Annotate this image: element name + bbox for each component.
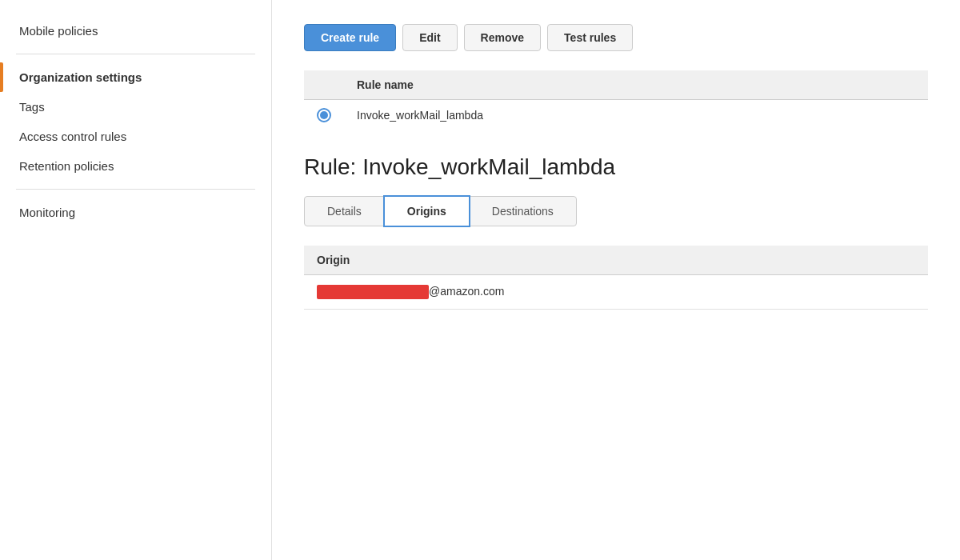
sidebar-item-access-control-rules[interactable]: Access control rules [0,122,271,151]
redacted-block [317,285,429,299]
sidebar-item-label: Mobile policies [19,24,98,38]
sidebar-item-retention-policies[interactable]: Retention policies [0,151,271,181]
rule-name-cell[interactable]: Invoke_workMail_lambda [344,100,928,131]
edit-button[interactable]: Edit [402,24,457,51]
radio-col-header [304,70,344,100]
toolbar: Create rule Edit Remove Test rules [304,24,928,51]
tab-destinations-label: Destinations [492,205,554,218]
rule-detail: Rule: Invoke_workMail_lambda Details Ori… [304,154,928,310]
sidebar-divider-1 [16,54,255,54]
sidebar-item-label: Retention policies [19,159,114,173]
origin-row: @amazon.com [304,275,928,310]
rule-table: Rule name Invoke_workMail_lambda [304,70,928,130]
radio-button[interactable] [317,108,331,122]
create-rule-button[interactable]: Create rule [304,24,396,51]
tab-details[interactable]: Details [304,196,385,226]
sidebar-item-label: Access control rules [19,130,126,143]
radio-cell[interactable] [304,100,344,131]
origin-col-header: Origin [304,246,928,275]
sidebar: Mobile policies Organization settings Ta… [0,0,272,560]
sidebar-item-label: Organization settings [19,70,142,84]
origin-domain: @amazon.com [429,285,504,298]
radio-button-inner [320,111,328,119]
remove-button[interactable]: Remove [464,24,541,51]
main-content: Create rule Edit Remove Test rules Rule … [272,0,960,560]
origin-cell: @amazon.com [304,275,928,310]
rule-title-prefix: Rule: [304,154,362,179]
tab-origins-label: Origins [407,205,446,218]
tab-origins[interactable]: Origins [384,196,470,226]
sidebar-item-label: Tags [19,100,45,114]
sidebar-item-mobile-policies[interactable]: Mobile policies [0,16,271,46]
tab-destinations[interactable]: Destinations [469,196,577,226]
test-rules-button[interactable]: Test rules [547,24,633,51]
sidebar-item-label: Monitoring [19,206,75,219]
sidebar-item-tags[interactable]: Tags [0,92,271,122]
rule-tabs: Details Origins Destinations [304,196,928,226]
sidebar-item-organization-settings[interactable]: Organization settings [0,62,271,92]
sidebar-item-monitoring[interactable]: Monitoring [0,198,271,227]
rule-title: Rule: Invoke_workMail_lambda [304,154,928,180]
rule-title-name: Invoke_workMail_lambda [362,154,615,179]
sidebar-divider-2 [16,189,255,190]
origin-table: Origin @amazon.com [304,246,928,310]
tab-details-label: Details [327,205,362,218]
rule-name-col-header: Rule name [344,70,928,100]
table-row[interactable]: Invoke_workMail_lambda [304,100,928,131]
